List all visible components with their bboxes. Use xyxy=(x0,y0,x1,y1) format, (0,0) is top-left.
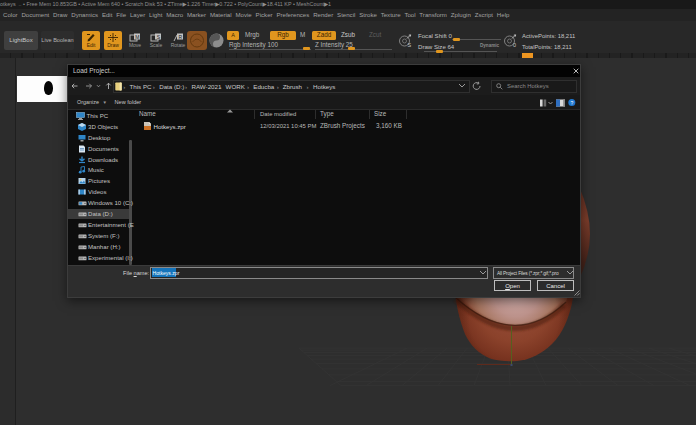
svg-text:S: S xyxy=(408,42,412,48)
svg-text:R: R xyxy=(179,34,183,40)
svg-text:0: 0 xyxy=(513,42,516,48)
svg-text:?: ? xyxy=(571,100,574,106)
svg-text:M: M xyxy=(135,34,139,40)
